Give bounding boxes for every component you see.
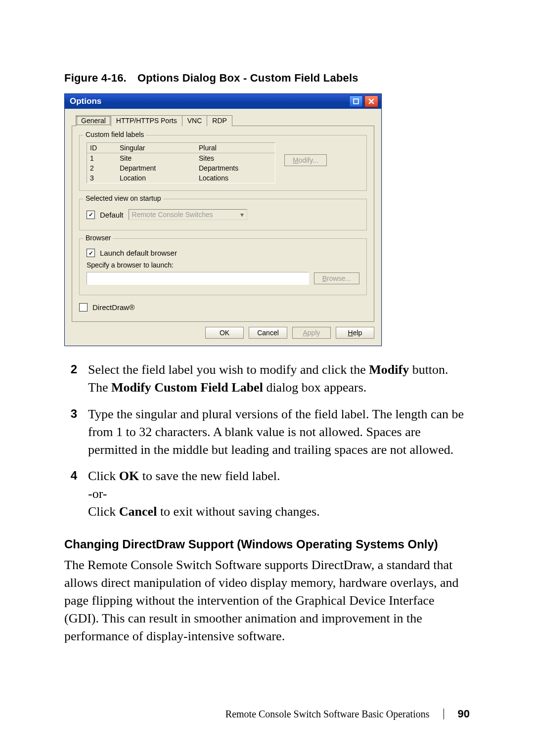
tabstrip: General HTTP/HTTPS Ports VNC RDP — [76, 115, 374, 126]
browser-path-input[interactable] — [87, 272, 309, 285]
step-number: 3 — [64, 405, 77, 459]
figure-caption: Figure 4-16.Options Dialog Box - Custom … — [64, 72, 470, 85]
directdraw-label: DirectDraw® — [92, 303, 134, 311]
page-number: 90 — [458, 708, 470, 720]
window-title: Options — [70, 96, 101, 106]
tab-general[interactable]: General — [76, 115, 111, 126]
help-button[interactable]: Help — [336, 327, 374, 339]
figure-label: Figure 4-16. — [64, 72, 127, 84]
footer-divider-icon — [444, 709, 444, 719]
modify-button[interactable]: Modify... — [284, 154, 327, 166]
group-browser: Browser Launch default browser Specify a… — [79, 238, 367, 295]
step-4: 4 Click OK to save the new field label. … — [64, 467, 470, 521]
group-legend: Selected view on startup — [84, 194, 163, 202]
options-dialog: Options General HTTP/HTTPS Ports VNC RDP… — [64, 93, 382, 346]
default-checkbox[interactable] — [87, 211, 95, 219]
tab-vnc[interactable]: VNC — [182, 115, 208, 126]
apply-button[interactable]: Apply — [292, 327, 331, 339]
titlebar[interactable]: Options — [65, 94, 381, 109]
th-id: ID — [87, 143, 117, 153]
svg-rect-0 — [354, 99, 358, 104]
running-title: Remote Console Switch Software Basic Ope… — [225, 709, 430, 720]
launch-default-label: Launch default browser — [100, 249, 177, 257]
directdraw-checkbox[interactable] — [79, 303, 88, 311]
default-checkbox-label: Default — [100, 211, 124, 219]
group-legend: Custom field labels — [84, 131, 146, 138]
step-2: 2 Select the field label you wish to mod… — [64, 361, 470, 397]
th-singular: Singular — [117, 143, 196, 153]
group-custom-field-labels: Custom field labels ID Singular Plural 1… — [79, 135, 367, 191]
launch-default-checkbox[interactable] — [87, 249, 95, 257]
cancel-button[interactable]: Cancel — [249, 327, 287, 339]
step-3: 3 Type the singular and plural versions … — [64, 405, 470, 459]
close-icon[interactable] — [364, 95, 378, 107]
th-plural: Plural — [196, 143, 275, 153]
group-selected-view: Selected view on startup Default Remote … — [79, 199, 367, 230]
browse-button[interactable]: Browse... — [314, 272, 359, 284]
figure-title: Options Dialog Box - Custom Field Labels — [137, 72, 358, 84]
step-number: 4 — [64, 467, 77, 521]
maximize-icon[interactable] — [349, 95, 363, 107]
page-footer: Remote Console Switch Software Basic Ope… — [225, 708, 470, 720]
step-number: 2 — [64, 361, 77, 397]
section-paragraph: The Remote Console Switch Software suppo… — [64, 556, 470, 645]
ok-button[interactable]: OK — [205, 327, 244, 339]
specify-browser-label: Specify a browser to launch: — [87, 261, 359, 269]
tab-rdp[interactable]: RDP — [207, 115, 232, 126]
section-heading: Changing DirectDraw Support (Windows Ope… — [64, 537, 470, 551]
group-legend: Browser — [84, 234, 113, 242]
tab-ports[interactable]: HTTP/HTTPS Ports — [111, 115, 182, 126]
tab-sheet: Custom field labels ID Singular Plural 1… — [72, 126, 374, 322]
dialog-buttons: OK Cancel Apply Help — [72, 327, 374, 339]
view-select[interactable]: Remote Console Switches — [129, 209, 247, 220]
custom-labels-table[interactable]: ID Singular Plural 1 Site Sites 2 — [87, 142, 275, 183]
